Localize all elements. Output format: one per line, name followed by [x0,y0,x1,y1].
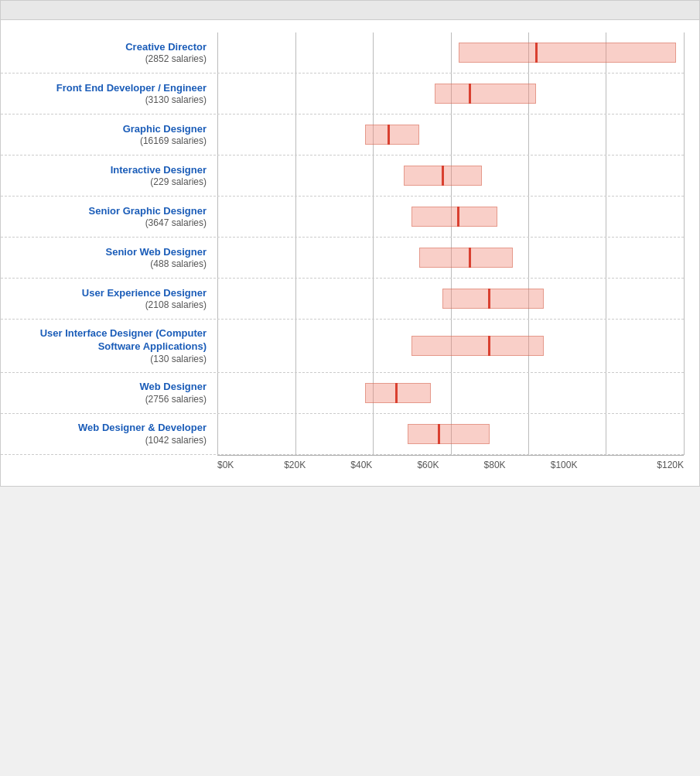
median-line [488,289,490,309]
box-plot [459,43,676,63]
median-line [488,336,490,356]
job-title: Senior Web Designer [1,246,207,259]
job-title: Web Designer & Developer [1,422,207,435]
job-row: Web Designer & Developer(1042 salaries) [1,414,684,455]
grid-line [684,32,685,455]
job-row: Graphic Designer(16169 salaries) [1,115,684,156]
box-plot [442,289,544,309]
salary-count: (3647 salaries) [1,217,207,228]
median-line [469,248,471,268]
job-title: Graphic Designer [1,123,207,136]
job-title: Creative Director [1,41,207,54]
x-axis-label: $60K [417,460,483,470]
median-line [442,166,444,186]
job-label[interactable]: User Experience Designer(2108 salaries) [1,279,217,319]
median-line [438,424,440,444]
job-label[interactable]: Web Designer & Developer(1042 salaries) [1,414,217,453]
job-row: Interactive Designer(229 salaries) [1,156,684,197]
salary-count: (16169 salaries) [1,135,207,146]
job-title: User Interface Designer (Computer Softwa… [1,327,207,354]
chart-title [1,1,699,20]
salary-count: (2852 salaries) [1,53,207,64]
job-label[interactable]: Web Designer(2756 salaries) [1,373,217,412]
job-title: Web Designer [1,381,207,394]
box-plot [411,336,544,356]
job-label[interactable]: Senior Web Designer(488 salaries) [1,238,217,278]
job-label[interactable]: Front End Developer / Engineer(3130 sala… [1,74,217,114]
job-row: Web Designer(2756 salaries) [1,373,684,414]
box-plot [411,207,497,227]
box-plot [365,383,431,403]
x-axis-label: $40K [350,460,417,470]
job-row: Senior Graphic Designer(3647 salaries) [1,197,684,238]
job-row: Creative Director(2852 salaries) [1,32,684,73]
bar-area [217,32,684,73]
x-axis-label: $80K [484,460,551,470]
box-plot [365,125,419,145]
box-plot [419,248,513,268]
salary-count: (2108 salaries) [1,299,207,310]
job-label[interactable]: Graphic Designer(16169 salaries) [1,115,217,155]
job-title: User Experience Designer [1,287,207,300]
bar-area [217,197,684,237]
bar-area [217,156,684,196]
job-label[interactable]: Interactive Designer(229 salaries) [1,156,217,196]
salary-count: (2756 salaries) [1,394,207,405]
x-axis-label: $20K [284,460,350,470]
bar-area [217,73,684,114]
job-row: User Interface Designer (Computer Softwa… [1,320,684,373]
job-title: Interactive Designer [1,164,207,177]
median-line [395,383,398,403]
chart-container: Creative Director(2852 salaries)Front En… [0,0,700,487]
job-title: Senior Graphic Designer [1,205,207,218]
median-line [457,207,459,227]
salary-count: (3130 salaries) [1,94,207,105]
job-label[interactable]: Creative Director(2852 salaries) [1,33,217,73]
job-row: Senior Web Designer(488 salaries) [1,238,684,279]
x-axis-label: $100K [551,460,617,470]
bar-area [217,414,684,454]
x-axis-label: $0K [217,460,284,470]
bar-area [217,373,684,413]
box-plot [435,84,536,104]
job-row: Front End Developer / Engineer(3130 sala… [1,73,684,115]
bar-area [217,326,684,366]
salary-count: (229 salaries) [1,176,207,187]
salary-count: (488 salaries) [1,258,207,269]
job-label[interactable]: User Interface Designer (Computer Softwa… [1,320,217,372]
bar-area [217,238,684,278]
bar-area [217,115,684,155]
median-line [535,43,538,63]
job-row: User Experience Designer(2108 salaries) [1,279,684,320]
salary-count: (1042 salaries) [1,435,207,446]
bar-area [217,279,684,319]
x-axis-label: $120K [617,460,684,470]
box-plot [408,424,490,444]
job-title: Front End Developer / Engineer [1,82,207,95]
median-line [388,125,390,145]
salary-count: (130 salaries) [1,354,207,364]
median-line [469,84,471,104]
job-label[interactable]: Senior Graphic Designer(3647 salaries) [1,197,217,237]
